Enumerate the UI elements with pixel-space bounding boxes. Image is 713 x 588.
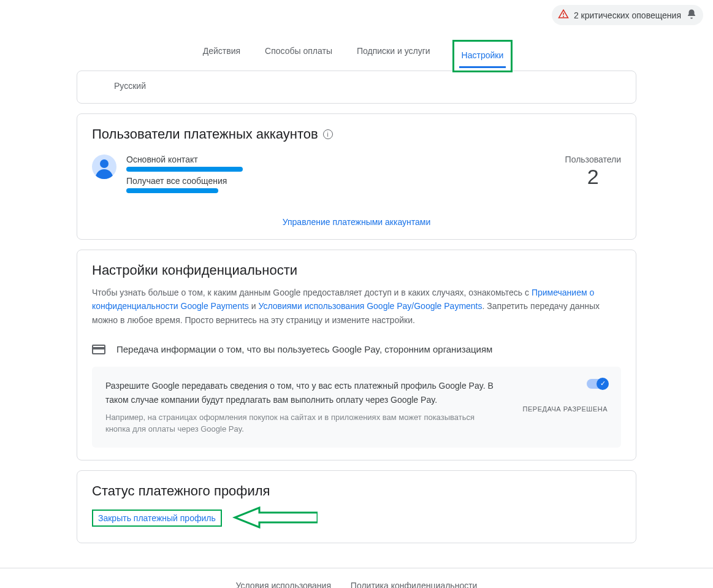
svg-point-1 [563,16,564,17]
privacy-card: Настройки конфиденциальности Чтобы узнат… [77,250,636,460]
footer: Условия использования Политика конфиденц… [0,568,713,588]
status-title: Статус платежного профиля [92,483,621,499]
tab-settings[interactable]: Настройки [459,44,506,68]
users-count: Пользователи 2 [565,155,621,197]
bell-icon [686,9,697,21]
alert-text: 2 критических оповещения [574,10,681,20]
privacy-toggle-box: Разрешите Google передавать сведения о т… [92,367,621,448]
toggle-status: ПЕРЕДАЧА РАЗРЕШЕНА [516,405,608,413]
language-value: Русский [114,81,146,91]
users-card: Пользователи платежных аккаунтов i Основ… [77,113,636,240]
privacy-row-label: Передача информации о том, что вы пользу… [116,344,492,354]
alert-bar: 2 критических оповещения [0,0,713,30]
footer-terms-link[interactable]: Условия использования [236,581,331,588]
language-card: Русский [77,71,636,104]
info-icon[interactable]: i [323,129,333,139]
contact-info: Основной контакт Получает все сообщения [126,155,243,197]
footer-privacy-link[interactable]: Политика конфиденциальности [351,581,478,588]
sharing-toggle[interactable]: ✓ [587,379,608,389]
close-link-highlight: Закрыть платежный профиль [92,510,222,527]
check-icon: ✓ [600,380,606,388]
tab-subscriptions[interactable]: Подписки и услуги [354,40,433,71]
wallet-icon [92,345,105,354]
status-card: Статус платежного профиля Закрыть платеж… [77,470,636,543]
tabs-nav: Действия Способы оплаты Подписки и услуг… [0,30,713,71]
critical-alerts-chip[interactable]: 2 критических оповещения [552,5,703,25]
users-card-title: Пользователи платежных аккаунтов i [92,126,621,142]
settings-tab-highlight: Настройки [452,40,513,72]
privacy-title: Настройки конфиденциальности [92,262,621,278]
privacy-row: Передача информации о том, что вы пользу… [92,344,621,354]
contact-label: Основной контакт [126,155,243,164]
tab-actions[interactable]: Действия [200,40,243,71]
privacy-box-sub: Например, на страницах оформления покупо… [105,411,501,435]
warning-icon [558,9,569,21]
arrow-annotation-icon [232,506,318,530]
redacted-name [126,167,243,172]
redacted-email [126,188,218,193]
users-count-label: Пользователи [565,155,621,164]
manage-accounts-link[interactable]: Управление платежными аккаунтами [283,217,431,227]
terms-link[interactable]: Условиями использования Google Pay/Googl… [258,301,482,311]
privacy-box-main: Разрешите Google передавать сведения о т… [105,379,501,407]
users-count-number: 2 [565,164,621,189]
avatar [92,155,116,179]
close-profile-link[interactable]: Закрыть платежный профиль [98,513,216,523]
receives-label: Получает все сообщения [126,176,243,186]
tab-payment-methods[interactable]: Способы оплаты [262,40,335,71]
privacy-description: Чтобы узнать больше о том, к каким данны… [92,286,621,327]
